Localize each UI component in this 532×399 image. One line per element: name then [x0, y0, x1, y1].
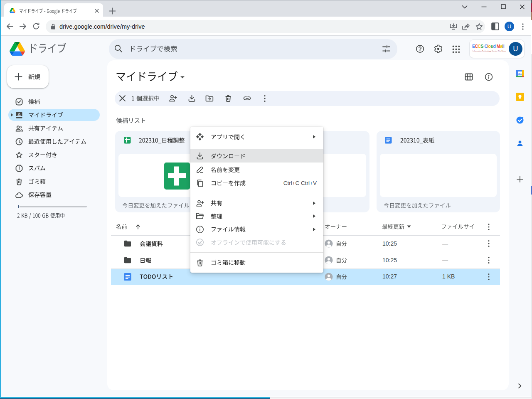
svg-text:31: 31: [518, 72, 522, 76]
